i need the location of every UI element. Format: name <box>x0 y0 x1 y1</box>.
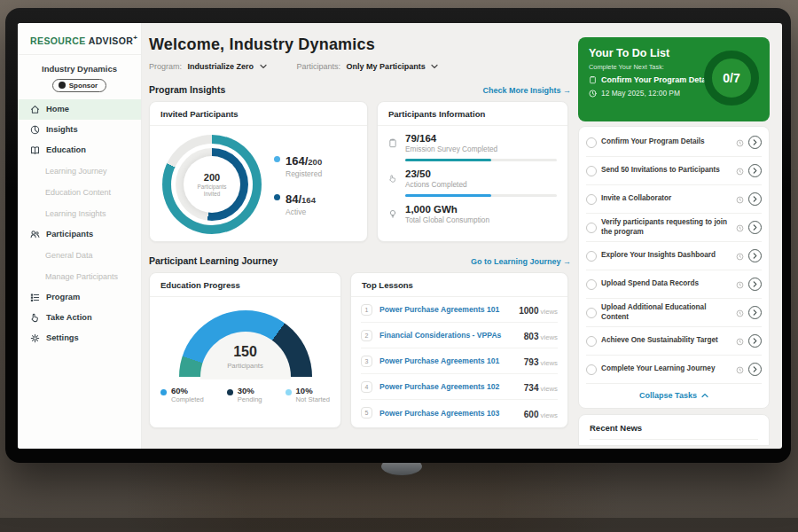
go-to-task-button[interactable] <box>748 192 762 206</box>
metric-emission-survey: 79/164 Emission Survey Completed <box>378 126 567 161</box>
chevron-down-icon <box>260 62 267 71</box>
todo-item[interactable]: Upload Additional Educational Content <box>586 299 762 327</box>
section-title: Program Insights <box>149 84 225 95</box>
checkbox[interactable] <box>586 166 597 176</box>
sidebar-item-participants[interactable]: Participants <box>18 224 141 245</box>
go-to-task-button[interactable] <box>748 136 762 149</box>
clock-icon <box>736 362 744 378</box>
gauge-center-value: 150 <box>233 344 257 360</box>
todo-item[interactable]: Confirm Your Program Details <box>586 129 762 157</box>
sidebar-item-take-action[interactable]: Take Action <box>18 308 141 328</box>
todo-item[interactable]: Upload Spend Data Records <box>586 270 762 299</box>
invited-donut-chart: 200 Participants Invited <box>162 135 262 234</box>
go-to-task-button[interactable] <box>748 221 762 234</box>
lesson-link[interactable]: Power Purchase Agreements 101 <box>379 356 517 365</box>
legend-label: Not Started <box>296 395 330 403</box>
clipboard-icon <box>589 75 597 84</box>
photo-background: RESOURCE ADVISOR+ Industry Dynamics Spon… <box>0 0 798 532</box>
clock-icon <box>736 248 744 264</box>
checkbox[interactable] <box>586 308 597 318</box>
lesson-link[interactable]: Financial Considerations - VPPAs <box>379 331 517 340</box>
action-hand-icon <box>388 171 397 197</box>
sidebar-item-label: Participants <box>46 230 93 239</box>
chevron-right-icon <box>753 309 757 316</box>
sidebar-item-manage-participants[interactable]: Manage Participants <box>18 266 141 287</box>
go-to-task-button[interactable] <box>748 164 762 177</box>
card-title: Top Lessons <box>351 273 567 297</box>
sidebar-item-learning-insights[interactable]: Learning Insights <box>18 203 141 224</box>
sidebar-item-general-data[interactable]: General Data <box>18 245 141 266</box>
sidebar-item-home[interactable]: Home <box>18 99 141 120</box>
legend-label: Completed <box>171 395 204 403</box>
program-filter-value: Industrialize Zero <box>188 62 254 71</box>
lesson-link[interactable]: Power Purchase Agreements 102 <box>379 382 517 391</box>
collapse-tasks-link[interactable]: Collapse Tasks <box>586 384 762 406</box>
education-icon <box>30 145 40 155</box>
lesson-rank: 5 <box>361 407 372 419</box>
metric-global-consumption: 1,000 GWh Total Global Consumption <box>378 197 567 224</box>
clock-icon <box>736 333 744 349</box>
filters-row: Program: Industrialize Zero Participants… <box>149 62 571 71</box>
sidebar-item-settings[interactable]: Settings <box>18 328 141 348</box>
program-insights-section-header: Program Insights Check More Insights → <box>149 84 571 95</box>
lesson-link[interactable]: Power Purchase Agreements 101 <box>379 305 512 314</box>
sidebar-item-program[interactable]: Program <box>18 287 141 308</box>
logo-secondary: ADVISOR <box>89 35 134 46</box>
sidebar-item-label: Learning Journey <box>45 167 107 176</box>
checkbox[interactable] <box>586 223 597 233</box>
program-filter[interactable]: Program: Industrialize Zero <box>149 62 267 71</box>
clock-icon <box>736 163 744 179</box>
program-filter-label: Program: <box>149 62 182 71</box>
monitor-bezel: RESOURCE ADVISOR+ Industry Dynamics Spon… <box>5 8 791 463</box>
invited-legend: 164/200 Registered 84/164 Active <box>274 153 322 216</box>
go-to-task-button[interactable] <box>748 278 762 291</box>
go-to-task-button[interactable] <box>748 363 762 376</box>
todo-item[interactable]: Send 50 Invitations to Participants <box>586 157 762 185</box>
sidebar-item-label: Home <box>46 105 69 113</box>
invited-card-body: 200 Participants Invited 164/200 <box>150 126 367 234</box>
sidebar-item-insights[interactable]: Insights <box>18 120 141 140</box>
todo-item[interactable]: Complete Your Learning Journey <box>586 356 762 384</box>
todo-item[interactable]: Achieve One Sustainability Target <box>586 327 762 356</box>
go-to-task-button[interactable] <box>748 249 762 262</box>
go-to-task-button[interactable] <box>748 306 762 319</box>
chevron-right-icon <box>753 366 757 372</box>
dashboard-screen: RESOURCE ADVISOR+ Industry Dynamics Spon… <box>18 23 782 449</box>
education-legend: 60% Completed 30% Pending <box>150 386 340 403</box>
sidebar-item-education[interactable]: Education <box>18 140 141 160</box>
donut-center-label: Participants <box>198 184 227 190</box>
legend-label: Pending <box>238 395 262 403</box>
sidebar-item-learning-journey[interactable]: Learning Journey <box>18 160 141 182</box>
legend-dot <box>227 389 233 395</box>
todo-item-label: Invite a Collaborator <box>601 194 732 204</box>
legend-value: 164/ <box>286 154 308 168</box>
checkbox[interactable] <box>586 137 597 148</box>
views-label: views <box>541 359 559 367</box>
todo-item[interactable]: Explore Your Insights Dashboard <box>586 242 762 270</box>
checkbox[interactable] <box>586 364 597 375</box>
clock-icon <box>736 305 744 321</box>
lesson-link[interactable]: Power Purchase Agreements 103 <box>379 409 517 418</box>
todo-item-label: Confirm Your Program Details <box>601 137 732 147</box>
participants-filter[interactable]: Participants: Only My Participants <box>297 62 439 71</box>
lesson-rank: 4 <box>361 381 372 393</box>
checkbox[interactable] <box>586 194 597 205</box>
metric-actions-completed: 23/50 Actions Completed <box>378 161 567 197</box>
go-to-learning-journey-link[interactable]: Go to Learning Journey → <box>471 257 571 266</box>
progress-track <box>405 194 557 197</box>
sidebar-item-education-content[interactable]: Education Content <box>18 182 141 203</box>
legend-dot <box>274 194 280 200</box>
go-to-task-button[interactable] <box>748 334 762 348</box>
todo-item[interactable]: Invite a Collaborator <box>586 185 762 214</box>
checkbox[interactable] <box>586 251 597 262</box>
lesson-rank: 3 <box>361 356 372 367</box>
chevron-right-icon <box>753 139 757 145</box>
checkbox[interactable] <box>586 279 597 290</box>
legend-denominator: 200 <box>308 157 322 167</box>
todo-item[interactable]: Verify participants requesting to join t… <box>586 214 762 242</box>
checkbox[interactable] <box>586 336 597 347</box>
sidebar-item-label: Program <box>46 293 80 301</box>
views-label: views <box>541 333 559 341</box>
clipboard-icon <box>388 136 397 161</box>
check-more-insights-link[interactable]: Check More Insights → <box>482 86 571 95</box>
